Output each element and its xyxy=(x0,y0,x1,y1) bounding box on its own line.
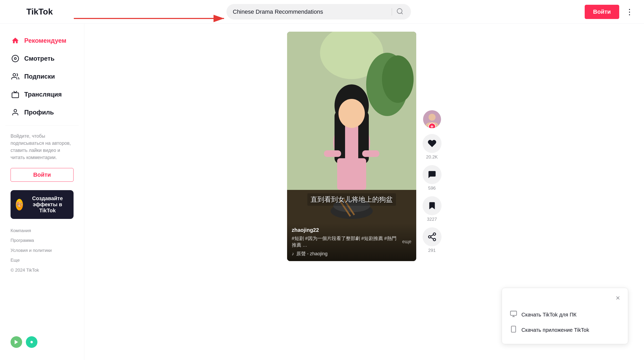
save-count: 3227 xyxy=(427,217,437,222)
share-icon xyxy=(427,232,437,242)
live-icon xyxy=(11,90,20,99)
video-author: zhaojing22 xyxy=(292,227,411,233)
svg-point-9 xyxy=(14,109,17,112)
svg-rect-24 xyxy=(362,150,379,157)
login-prompt: Войдите, чтобы подписываться на авторов,… xyxy=(5,130,79,164)
video-music: ♪ 原聲 - zhaojing xyxy=(292,251,411,257)
like-action: 20.2K xyxy=(423,134,442,160)
sidebar-login-button[interactable]: Войти xyxy=(11,168,74,182)
svg-text:🎵: 🎵 xyxy=(11,6,24,18)
header: 🎵 TikTok Войти ⋮ xyxy=(0,0,644,24)
sidebar-item-profile[interactable]: Профиль xyxy=(5,103,79,121)
svg-line-34 xyxy=(430,237,433,239)
header-right: Войти ⋮ xyxy=(585,5,633,19)
popup-header: × xyxy=(510,294,620,302)
svg-rect-23 xyxy=(324,150,341,157)
video-music-text: 原聲 - zhaojing xyxy=(296,251,328,257)
sidebar-item-explore[interactable]: Смотреть xyxy=(5,50,79,68)
search-button[interactable] xyxy=(395,7,405,17)
svg-line-35 xyxy=(430,235,433,236)
sidebar-bottom-icons xyxy=(5,332,79,352)
svg-point-6 xyxy=(14,57,16,60)
svg-rect-22 xyxy=(337,158,366,190)
download-popup: × Скачать TikTok для ПК Скачать приложен… xyxy=(502,288,628,344)
svg-point-3 xyxy=(397,9,402,14)
home-icon xyxy=(11,36,20,45)
sidebar-footer: Компания Программа Условия и политики Ещ… xyxy=(5,223,79,278)
heart-icon xyxy=(427,139,437,148)
search-icon xyxy=(396,8,404,15)
svg-rect-36 xyxy=(510,311,516,315)
share-button[interactable] xyxy=(423,227,442,246)
video-container: 直到看到女儿将地上的狗盆 zhaojing22 #短剧 #因为一個片段看了整部劇… xyxy=(287,32,442,261)
effects-btn-label: Создавайте эффекты в TikTok xyxy=(27,195,68,214)
svg-marker-10 xyxy=(15,340,18,344)
share-count: 291 xyxy=(428,248,435,253)
video-feed: 直到看到女儿将地上的狗盆 zhaojing22 #短剧 #因为一個片段看了整部劇… xyxy=(287,32,442,352)
sidebar-item-live[interactable]: Трансляция xyxy=(5,85,79,103)
sidebar-item-label-recommended: Рекомендуем xyxy=(24,37,66,44)
popup-close-button[interactable]: × xyxy=(616,294,620,302)
svg-point-32 xyxy=(428,236,431,238)
sidebar-item-following[interactable]: Подписки xyxy=(5,68,79,85)
video-card[interactable]: 直到看到女儿将地上的狗盆 zhaojing22 #短剧 #因为一個片段看了整部劇… xyxy=(287,32,416,261)
svg-line-4 xyxy=(401,13,403,14)
like-button[interactable] xyxy=(423,134,442,153)
popup-pc-label: Скачать TikTok для ПК xyxy=(521,312,577,318)
footer-link-more[interactable]: Еще xyxy=(11,255,74,265)
logo-area: 🎵 TikTok xyxy=(11,5,53,18)
avatar-button[interactable]: + xyxy=(423,110,442,129)
footer-link-company[interactable]: Компания xyxy=(11,226,74,236)
sidebar-item-label-explore: Смотреть xyxy=(24,55,55,62)
search-divider xyxy=(392,8,392,16)
search-input[interactable] xyxy=(233,8,389,15)
comment-button[interactable] xyxy=(423,165,442,184)
profile-icon xyxy=(11,108,20,117)
mobile-icon xyxy=(510,325,517,334)
svg-rect-8 xyxy=(12,93,19,98)
avatar-action: + xyxy=(423,110,442,129)
save-action: 3227 xyxy=(423,196,442,222)
header-login-button[interactable]: Войти xyxy=(585,5,619,19)
bottom-icon-green[interactable] xyxy=(11,336,22,348)
share-action: 291 xyxy=(423,227,442,253)
svg-point-31 xyxy=(433,233,435,235)
more-options-button[interactable]: ⋮ xyxy=(626,7,633,16)
popup-item-mobile[interactable]: Скачать приложение TikTok xyxy=(510,322,620,338)
comment-icon xyxy=(427,170,437,179)
comment-count: 596 xyxy=(428,186,435,191)
video-tags-more[interactable]: еще xyxy=(402,239,411,244)
footer-link-program[interactable]: Программа xyxy=(11,236,74,245)
video-info: zhaojing22 #短剧 #因为一個片段看了整部劇 #短剧推薦 #熱門推薦 … xyxy=(287,223,416,261)
create-effects-button[interactable]: 🎨 Создавайте эффекты в TikTok xyxy=(11,190,74,219)
footer-link-terms[interactable]: Условия и политики xyxy=(11,246,74,255)
music-icon: ♪ xyxy=(292,251,294,257)
save-button[interactable] xyxy=(423,196,442,215)
svg-point-30 xyxy=(428,114,435,121)
video-tags: #短剧 #因为一個片段看了整部劇 #短剧推薦 #熱門推薦 … xyxy=(292,235,400,248)
like-count: 20.2K xyxy=(426,155,438,160)
bottom-icon-teal[interactable] xyxy=(26,336,37,348)
effects-icon: 🎨 xyxy=(16,199,23,210)
svg-point-33 xyxy=(433,238,435,241)
sidebar-item-label-live: Трансляция xyxy=(24,91,62,98)
sidebar-item-label-profile: Профиль xyxy=(24,109,54,116)
svg-point-21 xyxy=(338,99,365,128)
svg-point-15 xyxy=(382,55,414,103)
svg-point-11 xyxy=(30,341,33,343)
bookmark-icon xyxy=(427,201,437,210)
following-icon xyxy=(11,72,20,81)
explore-icon xyxy=(11,54,20,63)
tiktok-logo-icon: 🎵 xyxy=(11,5,24,18)
video-subtitle: 直到看到女儿将地上的狗盆 xyxy=(307,193,396,206)
search-bar xyxy=(226,4,411,20)
nav-divider xyxy=(5,126,79,126)
svg-point-5 xyxy=(12,55,19,62)
video-actions: + 20.2K xyxy=(423,110,442,261)
sidebar: Рекомендуем Смотреть Подпи xyxy=(0,24,84,360)
monitor-icon xyxy=(510,310,517,319)
follow-badge[interactable]: + xyxy=(428,123,436,129)
logo-text: TikTok xyxy=(26,7,53,17)
popup-item-pc[interactable]: Скачать TikTok для ПК xyxy=(510,307,620,322)
sidebar-item-recommended[interactable]: Рекомендуем xyxy=(5,32,79,50)
